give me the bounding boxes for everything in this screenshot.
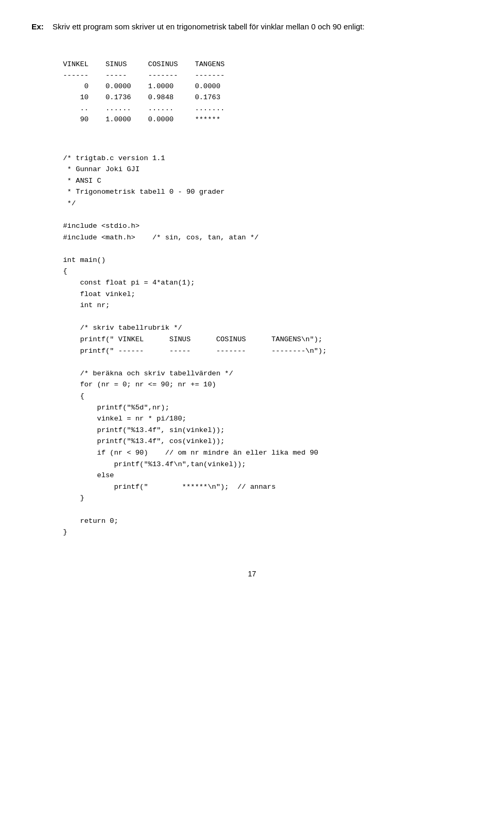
table-content: VINKEL SINUS COSINUS TANGENS ------ ----… xyxy=(63,60,225,123)
table-output: VINKEL SINUS COSINUS TANGENS ------ ----… xyxy=(63,49,472,125)
code-block: /* trigtab.c version 1.1 * Gunnar Joki G… xyxy=(63,141,472,538)
header-section: Ex: Skriv ett program som skriver ut en … xyxy=(32,21,472,33)
page-number: 17 xyxy=(32,570,472,578)
header-description: Skriv ett program som skriver ut en trig… xyxy=(52,21,364,33)
ex-label: Ex: xyxy=(32,21,52,33)
code-content: /* trigtab.c version 1.1 * Gunnar Joki G… xyxy=(63,154,327,537)
